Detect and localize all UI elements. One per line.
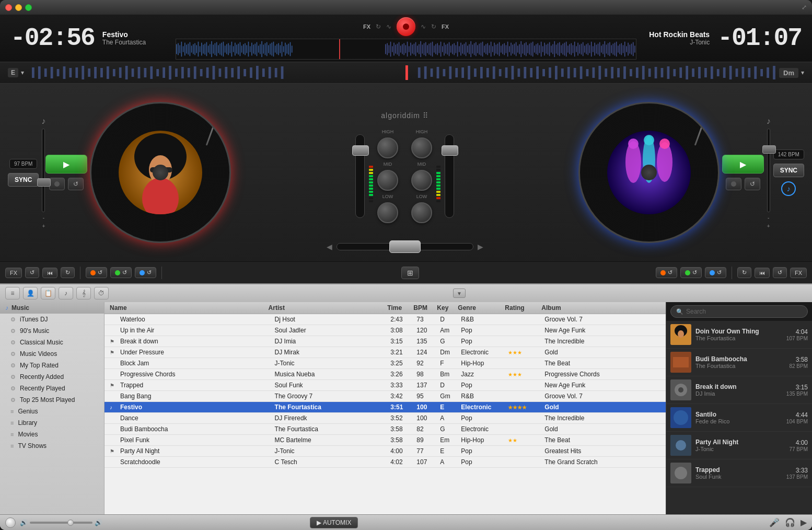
table-row[interactable]: Scratchdoodle C Tesch 4:02 107 A Pop The… [105, 457, 666, 468]
volume-handle-right[interactable] [762, 145, 776, 154]
sidebar-item-toprated[interactable]: ⚙ My Top Rated [0, 360, 104, 371]
queue-item[interactable]: Doin Your Own Thing The Fourtastica 4:04… [666, 321, 812, 349]
volume-track[interactable] [30, 522, 92, 524]
channel-handle-right[interactable] [442, 145, 458, 156]
crossfader-track[interactable] [337, 243, 473, 250]
sidebar-item-90smusic[interactable]: ⚙ 90's Music [0, 325, 104, 337]
eq-low-knob-left[interactable] [377, 202, 398, 223]
minimize-button[interactable] [15, 4, 22, 11]
queue-item[interactable]: Budi Bamboocha The Fourtastica 3:58 82 B… [666, 349, 812, 376]
fx-button-left[interactable]: FX [363, 24, 370, 30]
eq-mid-knob-right[interactable] [411, 170, 432, 191]
loop-left-button[interactable]: ↺ [25, 267, 39, 278]
clock-icon-button[interactable]: ⏱ [94, 287, 109, 299]
table-row[interactable]: Dance DJ Fireredk 3:52 100 A Pop The Inc… [105, 413, 666, 424]
sidebar-item-top25[interactable]: ⚙ Top 25 Most Played [0, 394, 104, 406]
table-row[interactable]: ♪ Festivo The Fourtastica 3:51 100 E Ele… [105, 402, 666, 413]
eq-high-knob-right[interactable] [411, 137, 432, 158]
volume-slider[interactable]: 🔊 🔊 [20, 519, 102, 526]
sidebar-item-movies[interactable]: ≡ Movies [0, 429, 104, 440]
collapse-button[interactable]: ▼ [453, 289, 466, 298]
queue-item[interactable]: Santilo Fede de Rico 4:44 104 BPM [666, 404, 812, 432]
grid-button[interactable]: ⊞ [401, 267, 419, 279]
volume-thumb[interactable] [67, 520, 74, 526]
headphones-icon[interactable]: 🎧 [785, 517, 795, 527]
record-button[interactable] [397, 17, 415, 36]
eq-mid-knob-left[interactable] [377, 170, 398, 191]
queue-item[interactable]: Break it down DJ Imia 3:15 135 BPM [666, 376, 812, 404]
cue-green-left[interactable]: ↺ [110, 267, 132, 278]
loop-button-right[interactable]: ↺ [745, 178, 760, 190]
cue-orange-left[interactable]: ↺ [86, 267, 107, 278]
table-row[interactable]: ⚑ Party All Night J-Tonic 4:00 77 E Pop … [105, 446, 666, 457]
sidebar-item-recentlyadded[interactable]: ⚙ Recently Added [0, 371, 104, 383]
cue-blue-left[interactable]: ↺ [135, 267, 156, 278]
sync-button-left[interactable]: SYNC [8, 173, 39, 187]
key-right[interactable]: Dm [779, 68, 798, 78]
loop-button-left[interactable]: ↺ [68, 178, 84, 190]
cue-button-right[interactable] [726, 178, 741, 190]
play-button-right[interactable]: ▶ [722, 155, 764, 174]
table-row[interactable]: ⚑ Trapped Soul Funk 3:33 137 D Pop New A… [105, 380, 666, 391]
fx-button-right[interactable]: FX [442, 24, 449, 30]
table-row[interactable]: Budi Bamboocha The Fourtastica 3:58 82 G… [105, 424, 666, 435]
fullscreen-icon[interactable]: ⤢ [802, 4, 807, 11]
prev-left-button[interactable]: ⏮ [42, 268, 57, 278]
note-icon-button[interactable]: 𝄞 [76, 287, 91, 299]
sidebar-item-genius[interactable]: ≡ Genius [0, 406, 104, 417]
play-status-icon[interactable]: ▶ [801, 517, 807, 527]
table-row[interactable]: Progressive Chords Musica Nueba 3:26 98 … [105, 369, 666, 380]
loop-right-button[interactable]: ↺ [773, 267, 787, 278]
volume-handle-left[interactable] [37, 178, 51, 187]
play-button-left[interactable]: ▶ [45, 155, 87, 174]
eq-low-knob-right[interactable] [411, 202, 432, 223]
list-view-button[interactable]: ≡ [5, 287, 20, 299]
table-row[interactable]: Up in the Air Soul Jadler 3:08 120 Am Po… [105, 325, 666, 336]
table-row[interactable]: ⚑ Break it down DJ Imia 3:15 135 G Pop T… [105, 336, 666, 347]
repeat-left-button[interactable]: ↻ [61, 267, 75, 278]
table-row[interactable]: ⚑ Under Pressure DJ Mirak 3:21 124 Dm El… [105, 347, 666, 358]
mic-icon[interactable]: 🎤 [769, 517, 780, 527]
fx-right-button[interactable]: FX [790, 268, 807, 278]
channel-handle-left[interactable] [352, 145, 369, 156]
table-row[interactable]: Waterloo Dj Hsot 2:43 73 D R&B Groove Vo… [105, 314, 666, 325]
table-row[interactable]: Block Jam J-Tonic 3:25 92 F Hip-Hop The … [105, 358, 666, 369]
sidebar-item-recentlyplayed[interactable]: ⚙ Recently Played [0, 383, 104, 394]
music-icon-button[interactable]: ♪ [59, 287, 73, 299]
eq-waveform-left[interactable] [32, 65, 779, 80]
automix-button[interactable]: ▶ AUTOMIX [310, 517, 358, 528]
queue-item[interactable]: Party All Night J-Tonic 4:00 77 BPM [666, 432, 812, 459]
channel-fader-right[interactable] [445, 134, 454, 218]
cue-orange-right[interactable]: ↺ [656, 267, 677, 278]
cue-blue-right[interactable]: ↺ [705, 267, 726, 278]
eq-high-knob-left[interactable] [377, 137, 398, 158]
turntable-left[interactable] [90, 102, 231, 243]
waveform-display[interactable] [176, 39, 636, 60]
channel-fader-left[interactable] [355, 134, 365, 218]
sidebar-item-tvshows[interactable]: ≡ TV Shows [0, 440, 104, 452]
table-row[interactable]: Bang Bang The Groovy 7 3:42 95 Gm R&B Gr… [105, 391, 666, 402]
cue-green-right[interactable]: ↺ [680, 267, 702, 278]
volume-fader-left[interactable] [42, 129, 45, 212]
maximize-button[interactable] [25, 4, 32, 11]
volume-fader-right[interactable] [767, 129, 770, 212]
album-view-button[interactable]: 📋 [41, 287, 55, 299]
grid-view-button[interactable]: 👤 [23, 287, 38, 299]
table-row[interactable]: Pixel Funk MC Bartelme 3:58 89 Em Hip-Ho… [105, 435, 666, 446]
turntable-right[interactable] [578, 102, 720, 243]
queue-item[interactable]: Trapped Soul Funk 3:33 137 BPM [666, 459, 812, 487]
fx-left-button[interactable]: FX [5, 268, 22, 278]
sidebar-item-library[interactable]: ≡ Library [0, 417, 104, 429]
sidebar-item-itunesdj[interactable]: ⚙ iTunes DJ [0, 314, 104, 325]
sidebar-item-musicvideos[interactable]: ⚙ Music Videos [0, 348, 104, 360]
close-button[interactable] [5, 4, 12, 11]
sync-button-right[interactable]: SYNC [773, 164, 804, 177]
eq-dropdown-left[interactable]: ▾ [21, 69, 24, 76]
cue-button-left[interactable] [49, 178, 65, 190]
crossfader-handle[interactable] [389, 240, 421, 253]
key-left[interactable]: E [8, 68, 18, 77]
sidebar-item-classical[interactable]: ⚙ Classical Music [0, 337, 104, 348]
search-box[interactable]: 🔍 Search [670, 305, 808, 318]
prev-right-button[interactable]: ⏮ [755, 268, 770, 278]
loop-indicator-right[interactable]: ♪ [781, 181, 796, 196]
